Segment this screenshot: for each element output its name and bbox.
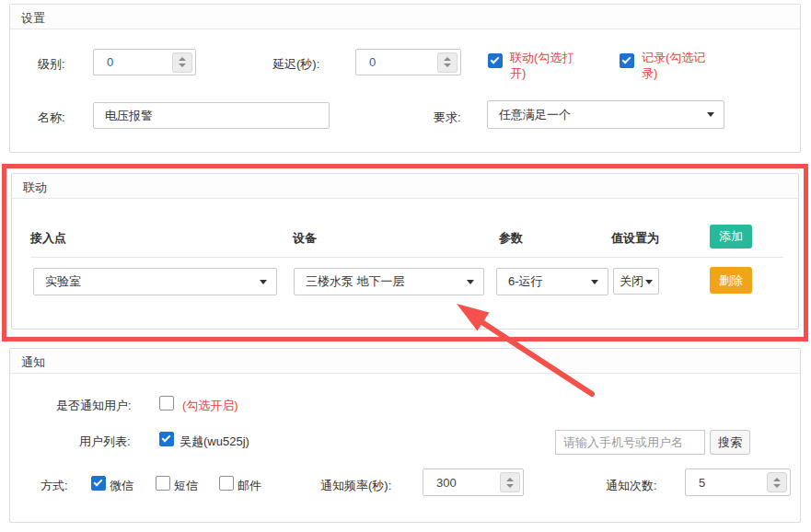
notify-user-checkbox[interactable] <box>159 396 174 411</box>
row-divider <box>30 257 783 258</box>
level-spinner[interactable] <box>172 52 192 73</box>
column-access-point: 接入点 <box>30 230 66 247</box>
delay-value: 0 <box>356 55 437 69</box>
delete-button[interactable]: 删除 <box>710 267 752 294</box>
spinner-up-icon[interactable] <box>179 57 186 61</box>
chevron-down-icon <box>591 280 598 284</box>
column-device: 设备 <box>293 230 317 247</box>
notify-user-label: 是否通知用户: <box>56 398 132 414</box>
value-set-select[interactable]: 关闭 <box>613 268 659 295</box>
level-label: 级别: <box>38 56 65 73</box>
param-select-value: 6-运行 <box>497 273 591 290</box>
alarm-config-page: 设置 级别: 0 延迟(秒): 0 联动(勾选打开) 记录(勾选记录) 名称: … <box>0 0 811 532</box>
notify-panel-title: 通知 <box>21 354 45 371</box>
chevron-down-icon <box>467 280 474 284</box>
name-label: 名称: <box>38 110 65 126</box>
method-email-checkbox[interactable] <box>219 476 234 491</box>
value-set-select-value: 关闭 <box>620 273 643 290</box>
linkage-panel-header: 联动 <box>12 174 798 199</box>
count-value: 5 <box>686 476 767 490</box>
level-value: 0 <box>94 55 172 69</box>
spinner-up-icon[interactable] <box>506 478 514 481</box>
user-list-label: 用户列表: <box>79 434 131 450</box>
method-wechat-label: 微信 <box>110 478 133 494</box>
spinner-down-icon[interactable] <box>506 484 514 488</box>
freq-label: 通知频率(秒): <box>320 478 391 494</box>
method-label: 方式: <box>41 478 68 494</box>
settings-panel: 设置 级别: 0 延迟(秒): 0 联动(勾选打开) 记录(勾选记录) 名称: … <box>9 4 801 153</box>
search-button[interactable]: 搜索 <box>710 430 750 455</box>
notify-user-hint: (勾选开启) <box>182 398 238 414</box>
chevron-down-icon <box>260 280 267 284</box>
user-item-label: 吴越(wu525j) <box>180 434 249 450</box>
record-enable-checkbox[interactable] <box>620 53 634 68</box>
level-input[interactable]: 0 <box>93 49 196 75</box>
freq-input[interactable]: 300 <box>423 468 524 496</box>
spinner-up-icon[interactable] <box>444 57 451 61</box>
notify-panel: 通知 是否通知用户: (勾选开启) 用户列表: 吴越(wu525j) 搜索 方式… <box>9 348 801 523</box>
linkage-panel: 联动 接入点 设备 参数 值设置为 添加 实验室 三楼水泵 地下一层 6-运行 … <box>11 173 799 330</box>
spinner-down-icon[interactable] <box>773 484 781 488</box>
check-icon <box>491 55 500 64</box>
delay-input[interactable]: 0 <box>355 49 461 75</box>
access-point-select-value: 实验室 <box>34 273 260 290</box>
spinner-down-icon[interactable] <box>179 64 186 67</box>
count-input[interactable]: 5 <box>685 468 791 496</box>
count-label: 通知次数: <box>606 478 657 494</box>
delay-label: 延迟(秒): <box>272 56 319 73</box>
user-item-checkbox[interactable] <box>159 432 174 446</box>
method-wechat-checkbox[interactable] <box>91 476 106 491</box>
check-icon <box>94 478 103 487</box>
column-param: 参数 <box>499 230 523 247</box>
add-button[interactable]: 添加 <box>710 225 752 249</box>
method-sms-label: 短信 <box>174 478 198 494</box>
settings-panel-title: 设置 <box>21 10 45 27</box>
chevron-down-icon <box>707 112 714 117</box>
delay-spinner[interactable] <box>437 52 458 73</box>
linkage-panel-title: 联动 <box>23 179 47 196</box>
check-icon <box>622 55 631 64</box>
freq-value: 300 <box>423 476 500 490</box>
require-label: 要求: <box>434 110 461 126</box>
spinner-up-icon[interactable] <box>773 478 781 481</box>
chevron-down-icon <box>645 280 653 284</box>
settings-panel-header: 设置 <box>10 5 800 29</box>
device-select-value: 三楼水泵 地下一层 <box>295 273 467 290</box>
record-enable-label: 记录(勾选记录) <box>642 50 720 81</box>
device-select[interactable]: 三楼水泵 地下一层 <box>294 268 484 295</box>
search-input[interactable] <box>555 430 705 455</box>
method-email-label: 邮件 <box>238 478 261 494</box>
spinner-down-icon[interactable] <box>444 64 451 67</box>
access-point-select[interactable]: 实验室 <box>33 268 277 295</box>
require-select[interactable]: 任意满足一个 <box>487 100 724 129</box>
name-input[interactable]: 电压报警 <box>93 102 330 129</box>
column-value-set: 值设置为 <box>611 230 659 247</box>
count-spinner[interactable] <box>767 472 787 492</box>
check-icon <box>162 434 171 443</box>
freq-spinner[interactable] <box>500 472 520 492</box>
notify-panel-header: 通知 <box>10 349 800 374</box>
name-value: 电压报警 <box>105 108 153 124</box>
param-select[interactable]: 6-运行 <box>496 268 608 295</box>
method-sms-checkbox[interactable] <box>156 476 170 491</box>
require-select-value: 任意满足一个 <box>488 107 707 123</box>
linkage-enable-label: 联动(勾选打开) <box>510 50 585 81</box>
linkage-enable-checkbox[interactable] <box>488 53 503 68</box>
